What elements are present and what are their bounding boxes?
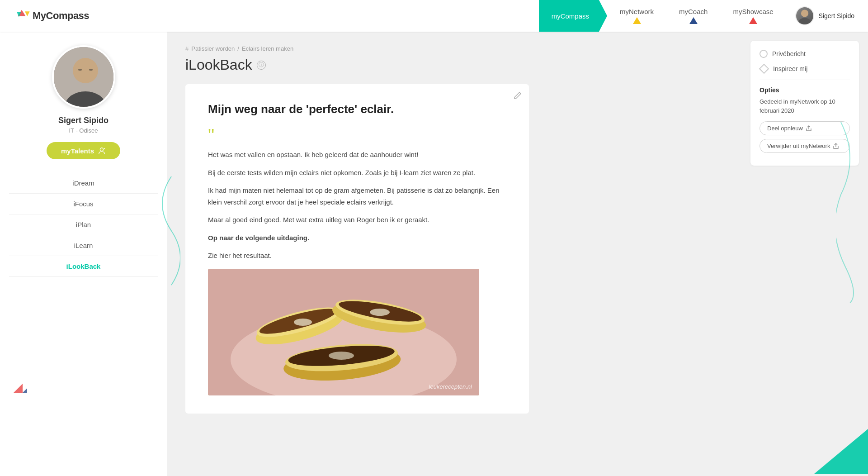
person-icon (98, 147, 106, 155)
eclair-image: leukerecepten.nl (208, 269, 479, 395)
paragraph-1: Het was met vallen en opstaan. Ik heb ge… (208, 149, 506, 161)
inspireer-icon (759, 64, 769, 74)
avatar-icon (796, 6, 813, 25)
user-area[interactable]: Sigert Sipido (795, 6, 854, 25)
sidebar-item-iplan[interactable]: iPlan (9, 214, 158, 235)
paragraph-3: Ik had mijn maten niet helemaal tot op d… (208, 185, 506, 208)
nav-mycompass[interactable]: myCompass (539, 0, 607, 32)
svg-point-26 (294, 319, 312, 326)
edit-button[interactable] (514, 91, 522, 101)
nav-mynetwork[interactable]: myNetwork (607, 0, 666, 32)
profile-avatar-icon (54, 47, 113, 107)
right-panel: Privébericht Inspireer mij Opties Gedeel… (741, 32, 868, 476)
main-content: # Patissier worden / Eclairs leren maken… (167, 32, 741, 476)
sidebar-item-ifocus[interactable]: iFocus (9, 194, 158, 214)
myshowcase-triangle-icon (749, 17, 757, 24)
share-info: Gedeeld in myNetwork op 10 februari 2020 (760, 97, 850, 115)
breadcrumb: # Patissier worden / Eclairs leren maken (185, 45, 723, 52)
info-icon[interactable]: ⓘ (257, 61, 266, 70)
paragraph-4: Maar al goed eind goed. Met wat extra ui… (208, 214, 506, 226)
nav-mycoach[interactable]: myCoach (666, 0, 720, 32)
svg-marker-13 (14, 384, 23, 393)
user-name: Sigert Sipido (819, 12, 854, 19)
post-body: Het was met vallen en opstaan. Ik heb ge… (208, 149, 506, 262)
mytalents-button[interactable]: myTalents (47, 142, 120, 159)
breadcrumb-link-1[interactable]: Patissier worden (191, 45, 235, 52)
svg-marker-29 (814, 429, 868, 474)
logo-icon (14, 9, 30, 23)
nav-myshowcase[interactable]: myShowcase (720, 0, 786, 32)
prive-label: Privébericht (772, 50, 806, 57)
main-nav: myCompass myNetwork myCoach myShowcase (539, 0, 786, 32)
profile-avatar (52, 45, 115, 109)
svg-point-27 (370, 309, 390, 316)
profile-subtitle: IT - Odisee (69, 127, 98, 134)
option-inspireer[interactable]: Inspireer mij (760, 64, 850, 73)
svg-point-28 (329, 352, 354, 360)
avatar (795, 6, 814, 25)
svg-point-4 (798, 18, 811, 25)
inspireer-label: Inspireer mij (773, 65, 807, 72)
header: MyCompass myCompass myNetwork myCoach my… (0, 0, 868, 32)
mynetwork-triangle-icon (633, 17, 641, 24)
prive-radio[interactable] (760, 50, 768, 58)
layout: Sigert Sipido IT - Odisee myTalents iDre… (0, 32, 868, 476)
options-title: Opties (760, 86, 850, 94)
svg-rect-9 (89, 69, 93, 71)
svg-point-3 (801, 10, 808, 17)
image-watermark: leukerecepten.nl (429, 383, 472, 390)
svg-rect-8 (78, 69, 82, 71)
paragraph-5: Zie hier het resultaat. (208, 250, 506, 262)
svg-marker-1 (25, 11, 30, 16)
bottom-right-deco (814, 429, 868, 476)
share-icon (806, 125, 812, 132)
post-title: Mijn weg naar de 'perfecte' eclair. (208, 102, 506, 116)
right-deco (836, 122, 863, 305)
sidebar-item-ilearn[interactable]: iLearn (9, 235, 158, 256)
paragraph-bold: Op naar de volgende uitdaging. (208, 232, 506, 244)
option-prive[interactable]: Privébericht (760, 50, 850, 58)
paragraph-2: Bij de eerste tests wilden mijn eclairs … (208, 167, 506, 179)
svg-point-6 (73, 58, 98, 83)
breadcrumb-hash: # (185, 45, 189, 52)
sidebar-deco-icon (14, 357, 41, 393)
mycoach-triangle-icon (689, 17, 698, 24)
svg-point-10 (100, 148, 103, 151)
sidebar-item-ilookback[interactable]: iLookBack (9, 256, 158, 277)
logo-text: MyCompass (33, 10, 89, 22)
sidebar: Sigert Sipido IT - Odisee myTalents iDre… (0, 32, 167, 476)
page-title: iLookBack ⓘ (185, 57, 723, 73)
profile-name: Sigert Sipido (58, 116, 108, 125)
sidebar-deco-arrows (14, 357, 41, 395)
sidebar-item-idream[interactable]: iDream (9, 173, 158, 194)
pencil-icon (514, 91, 522, 100)
sidebar-nav: iDream iFocus iPlan iLearn iLookBack (9, 173, 158, 277)
quote-mark: " (208, 126, 506, 144)
logo[interactable]: MyCompass (14, 9, 89, 23)
breadcrumb-link-2[interactable]: Eclairs leren maken (242, 45, 293, 52)
content-card: Mijn weg naar de 'perfecte' eclair. " He… (185, 84, 529, 414)
